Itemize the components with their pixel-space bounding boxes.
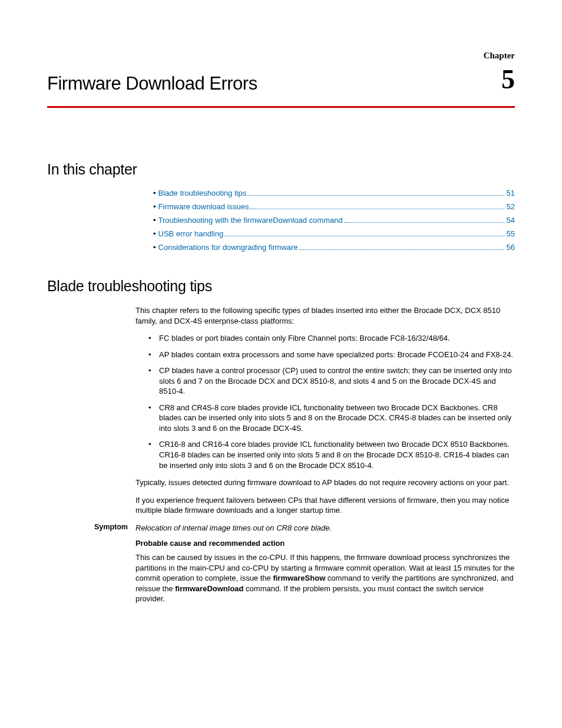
bullet-icon: •: [153, 243, 156, 252]
toc-leader: [250, 209, 504, 209]
command-firmwareshow: firmwareShow: [273, 574, 325, 582]
bullet-icon: •: [153, 189, 156, 197]
toc-item: • Firmware download issues 52: [153, 202, 515, 211]
list-item: CP blades have a control processor (CP) …: [148, 365, 515, 397]
command-firmwaredownload: firmwareDownload: [175, 584, 243, 593]
bullet-icon: •: [153, 202, 156, 211]
toc-leader: [299, 249, 504, 250]
toc-link[interactable]: Firmware download issues: [158, 202, 249, 211]
page: Chapter 5 Firmware Download Errors In th…: [0, 0, 562, 647]
toc-leader: [344, 222, 504, 223]
chapter-label: Chapter: [484, 51, 515, 61]
toc-page[interactable]: 54: [507, 216, 515, 225]
symptom-text: Relocation of internal image times out o…: [135, 523, 332, 533]
toc-link[interactable]: Considerations for downgrading firmware: [158, 243, 298, 252]
bullet-icon: •: [153, 229, 156, 238]
toc: • Blade troubleshooting tips 51 • Firmwa…: [153, 189, 515, 252]
toc-leader: [247, 195, 504, 196]
paragraph: Typically, issues detected during firmwa…: [135, 477, 515, 488]
chapter-rule: [47, 106, 515, 108]
section-heading-blade-tips: Blade troubleshooting tips: [47, 278, 515, 295]
toc-item: • Blade troubleshooting tips 51: [153, 189, 515, 197]
symptom-row: Symptom Relocation of internal image tim…: [94, 523, 515, 533]
bullet-list: FC blades or port blades contain only Fi…: [148, 333, 515, 470]
list-item: FC blades or port blades contain only Fi…: [148, 333, 515, 344]
body-block: This chapter refers to the following spe…: [135, 305, 515, 516]
toc-leader: [224, 236, 504, 236]
toc-page[interactable]: 56: [507, 243, 515, 252]
toc-page[interactable]: 55: [507, 229, 515, 238]
toc-link[interactable]: Blade troubleshooting tips: [158, 189, 247, 197]
toc-page[interactable]: 52: [507, 202, 515, 211]
list-item: CR16-8 and CR16-4 core blades provide IC…: [148, 439, 515, 470]
toc-item: • Considerations for downgrading firmwar…: [153, 243, 515, 252]
chapter-number: 5: [501, 66, 515, 93]
intro-paragraph: This chapter refers to the following spe…: [135, 305, 515, 326]
toc-link[interactable]: Troubleshooting with the firmwareDownloa…: [158, 216, 343, 225]
chapter-title: Firmware Download Errors: [47, 51, 515, 101]
section-heading-in-this-chapter: In this chapter: [47, 161, 515, 178]
toc-link[interactable]: USB error handling: [158, 229, 224, 238]
paragraph: If you experience frequent failovers bet…: [135, 495, 515, 516]
chapter-header: Chapter 5 Firmware Download Errors: [47, 51, 515, 101]
body-block: Probable cause and recommended action Th…: [135, 539, 515, 604]
list-item: AP blades contain extra processors and s…: [148, 350, 515, 360]
symptom-label: Symptom: [94, 523, 135, 533]
list-item: CR8 and CR4S-8 core blades provide ICL f…: [148, 403, 515, 434]
toc-item: • USB error handling 55: [153, 229, 515, 238]
toc-page[interactable]: 51: [507, 189, 515, 197]
bullet-icon: •: [153, 216, 156, 225]
cause-heading: Probable cause and recommended action: [135, 539, 515, 548]
toc-item: • Troubleshooting with the firmwareDownl…: [153, 216, 515, 225]
cause-paragraph: This can be caused by issues in the co-C…: [135, 552, 515, 604]
